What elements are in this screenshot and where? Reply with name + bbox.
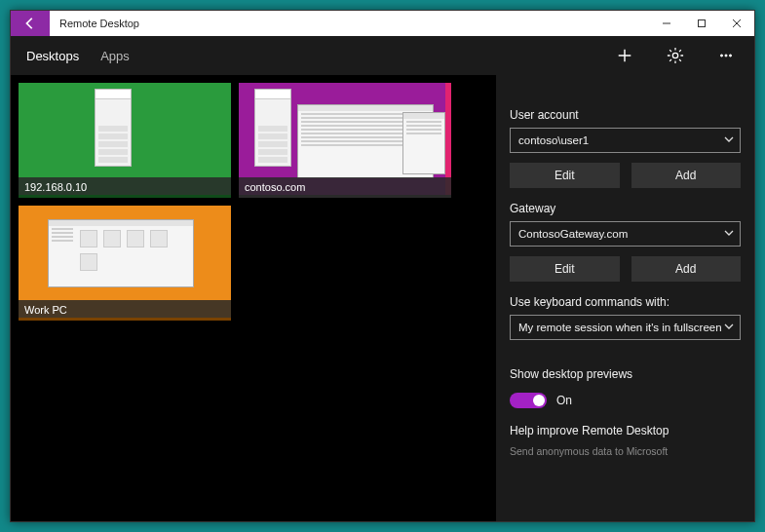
desktop-grid: 192.168.0.10: [19, 83, 477, 321]
more-button[interactable]: [709, 47, 743, 64]
ellipsis-icon: [717, 47, 735, 64]
close-button[interactable]: [719, 11, 754, 36]
svg-point-3: [720, 55, 722, 57]
maximize-icon: [697, 19, 707, 28]
close-icon: [732, 19, 742, 28]
svg-point-2: [672, 53, 677, 57]
svg-point-5: [729, 55, 731, 57]
help-improve-label: Help improve Remote Desktop: [510, 424, 741, 437]
settings-panel: User account contoso\user1 Edit Add Gate…: [496, 75, 754, 521]
add-connection-button[interactable]: [608, 47, 641, 64]
svg-rect-1: [699, 20, 706, 27]
plus-icon: [616, 47, 633, 64]
desktop-tile[interactable]: contoso.com: [239, 83, 451, 198]
user-account-select[interactable]: contoso\user1: [510, 128, 741, 153]
gateway-buttons: Edit Add: [510, 256, 741, 282]
previews-toggle-row: On: [510, 393, 741, 408]
help-improve-sub: Send anonymous data to Microsoft: [510, 445, 741, 457]
window-title: Remote Desktop: [50, 11, 649, 36]
gear-icon: [667, 47, 684, 64]
left-panel: 192.168.0.10: [11, 75, 496, 521]
gateway-add-button[interactable]: Add: [631, 256, 742, 282]
tab-bar: Desktops Apps: [11, 36, 496, 75]
minimize-button[interactable]: [649, 11, 684, 36]
svg-point-4: [725, 55, 727, 57]
command-bar: [496, 36, 754, 75]
settings-button[interactable]: [659, 47, 692, 64]
window-controls: [649, 11, 754, 36]
chevron-down-icon: [724, 322, 734, 333]
previews-state: On: [556, 394, 572, 407]
minimize-icon: [662, 19, 671, 28]
title-bar: Remote Desktop: [11, 11, 754, 36]
user-account-add-button[interactable]: Add: [631, 163, 742, 188]
back-button[interactable]: [11, 11, 50, 36]
tab-desktops[interactable]: Desktops: [26, 49, 79, 63]
user-account-value: contoso\user1: [518, 134, 589, 146]
keyboard-value: My remote session when it's in fullscree…: [518, 322, 722, 333]
content-area: 192.168.0.10: [11, 75, 754, 521]
toggle-knob: [533, 395, 545, 406]
maximize-button[interactable]: [684, 11, 719, 36]
tab-apps[interactable]: Apps: [100, 49, 130, 63]
previews-label: Show desktop previews: [510, 367, 741, 381]
user-account-buttons: Edit Add: [510, 163, 741, 188]
top-bar: Desktops Apps: [11, 36, 754, 75]
gateway-value: ContosoGateway.com: [518, 228, 628, 240]
app-window: Remote Desktop Desktops Apps: [10, 10, 755, 522]
chevron-down-icon: [724, 134, 734, 146]
keyboard-select[interactable]: My remote session when it's in fullscree…: [510, 315, 741, 340]
gateway-label: Gateway: [510, 202, 741, 215]
gateway-select[interactable]: ContosoGateway.com: [510, 221, 741, 247]
arrow-left-icon: [23, 17, 37, 30]
chevron-down-icon: [724, 228, 734, 240]
previews-toggle[interactable]: [510, 393, 547, 408]
desktop-tile[interactable]: Work PC: [19, 206, 231, 321]
user-account-edit-button[interactable]: Edit: [510, 163, 620, 188]
desktop-grid-area: 192.168.0.10: [11, 75, 496, 521]
desktop-tile[interactable]: 192.168.0.10: [19, 83, 231, 198]
keyboard-label: Use keyboard commands with:: [510, 295, 741, 309]
user-account-label: User account: [510, 108, 741, 122]
gateway-edit-button[interactable]: Edit: [510, 256, 620, 282]
